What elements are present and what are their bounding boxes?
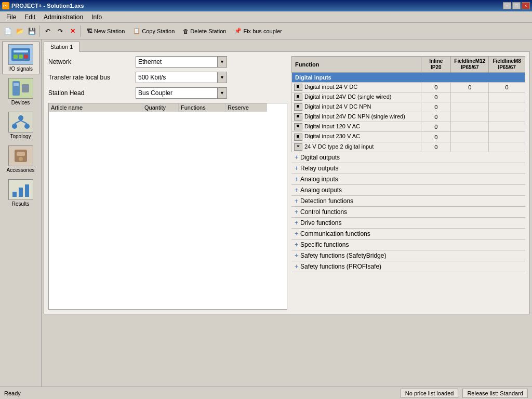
di-icon-2: ⏹ bbox=[294, 103, 302, 111]
delete-station-button[interactable]: 🗑 Delete Station bbox=[179, 24, 230, 38]
di-inline-1: 0 bbox=[421, 92, 451, 102]
communication-functions-section[interactable]: + Communication functions bbox=[291, 229, 525, 240]
sidebar-item-topology[interactable]: Topology bbox=[2, 109, 39, 142]
digital-outputs-label: Digital outputs bbox=[300, 154, 340, 161]
di-icon-4: ⏹ bbox=[294, 123, 302, 130]
svg-rect-16 bbox=[12, 192, 17, 197]
copy-station-label: Copy Station bbox=[142, 28, 175, 34]
di-f8-4 bbox=[489, 122, 525, 132]
analog-outputs-label: Analog outputs bbox=[300, 187, 342, 194]
release-status: Release list: Standard bbox=[462, 389, 528, 398]
save-button[interactable]: 💾 bbox=[26, 25, 37, 37]
communication-functions-expand[interactable]: + bbox=[295, 230, 298, 237]
article-name-header: Article name bbox=[49, 103, 142, 112]
specific-functions-expand[interactable]: + bbox=[295, 241, 298, 248]
safety-safetybridge-expand[interactable]: + bbox=[295, 252, 298, 259]
station1-tab[interactable]: Station 1 bbox=[44, 42, 79, 52]
analog-inputs-section[interactable]: + Analog inputs bbox=[291, 174, 525, 185]
functions-header: Functions bbox=[179, 103, 225, 112]
station-head-label: Station Head bbox=[48, 89, 131, 97]
results-label: Results bbox=[12, 201, 29, 207]
title-bar: P+ PROJECT+ - Solution1.axs − □ × bbox=[0, 0, 532, 11]
safety-profisafe-expand[interactable]: + bbox=[295, 263, 298, 270]
specific-functions-section[interactable]: + Specific functions bbox=[291, 240, 525, 250]
copy-station-button[interactable]: 📋 Copy Station bbox=[129, 24, 178, 38]
analog-outputs-section[interactable]: + Analog outputs bbox=[291, 185, 525, 196]
svg-point-15 bbox=[19, 157, 23, 161]
station-panel: Network ▼ Transfer rate local bus ▼ bbox=[44, 51, 530, 314]
table-row: ⏹Digital input 24 V DC NPN 0 bbox=[292, 102, 525, 112]
head-dropdown-button[interactable]: ▼ bbox=[218, 87, 227, 99]
sidebar-item-io-signals[interactable]: I/O signals bbox=[2, 42, 39, 74]
window-controls: − □ × bbox=[503, 2, 530, 9]
di-f12-1 bbox=[451, 92, 489, 102]
di-icon-6: ⏷ bbox=[294, 143, 302, 151]
menu-file[interactable]: File bbox=[2, 12, 20, 22]
di-inline-2: 0 bbox=[421, 102, 451, 112]
digital-inputs-header: Digital inputs bbox=[292, 73, 525, 83]
table-row: ⏹Digital input 24V DC NPN (single wired)… bbox=[292, 112, 525, 122]
devices-label: Devices bbox=[11, 100, 30, 105]
transfer-input[interactable] bbox=[136, 72, 218, 83]
table-row: ⏹Digital input 120 V AC 0 bbox=[292, 122, 525, 132]
di-inline-0: 0 bbox=[421, 83, 451, 92]
svg-point-9 bbox=[12, 124, 17, 129]
digital-outputs-expand[interactable]: + bbox=[295, 154, 298, 161]
maximize-button[interactable]: □ bbox=[512, 2, 521, 9]
network-row: Network ▼ bbox=[48, 56, 287, 68]
new-station-label: New Station bbox=[94, 28, 125, 34]
network-input[interactable] bbox=[136, 56, 218, 68]
menu-info[interactable]: Info bbox=[87, 12, 106, 22]
station-right: Function InlineIP20 FieldlineM12IP65/67 … bbox=[291, 56, 525, 310]
relay-outputs-section[interactable]: + Relay outputs bbox=[291, 163, 525, 174]
safety-safetybridge-label: Safety functions (SafetyBridge) bbox=[300, 252, 386, 259]
sidebar-item-devices[interactable]: Devices bbox=[2, 75, 39, 108]
menu-administration[interactable]: Administration bbox=[39, 12, 87, 22]
digital-inputs-header-row: Digital inputs bbox=[292, 73, 525, 83]
detection-functions-expand[interactable]: + bbox=[295, 197, 298, 205]
svg-rect-18 bbox=[25, 184, 29, 197]
drive-functions-expand[interactable]: + bbox=[295, 219, 298, 227]
new-file-button[interactable]: 📄 bbox=[2, 25, 14, 37]
sidebar-item-accessories[interactable]: Accessories bbox=[2, 143, 39, 176]
analog-inputs-expand[interactable]: + bbox=[295, 176, 298, 183]
app-icon: P+ bbox=[2, 2, 9, 9]
drive-functions-section[interactable]: + Drive functions bbox=[291, 218, 525, 229]
digital-outputs-section[interactable]: + Digital outputs bbox=[291, 152, 525, 163]
analog-outputs-expand[interactable]: + bbox=[295, 187, 298, 194]
new-station-button[interactable]: 🏗 New Station bbox=[83, 24, 128, 38]
close-button[interactable]: × bbox=[522, 2, 530, 9]
di-f8-0: 0 bbox=[489, 83, 525, 92]
control-functions-expand[interactable]: + bbox=[295, 208, 298, 216]
di-name-0: ⏹Digital input 24 V DC bbox=[292, 83, 421, 92]
di-inline-5: 0 bbox=[421, 132, 451, 142]
di-f12-3 bbox=[451, 112, 489, 122]
open-button[interactable]: 📂 bbox=[14, 25, 25, 37]
communication-functions-label: Communication functions bbox=[300, 230, 370, 237]
safety-safetybridge-section[interactable]: + Safety functions (SafetyBridge) bbox=[291, 250, 525, 261]
file-buttons: 📄 📂 💾 bbox=[2, 25, 37, 37]
di-name-3: ⏹Digital input 24V DC NPN (single wired) bbox=[292, 112, 421, 122]
detection-functions-label: Detection functions bbox=[300, 197, 353, 205]
delete-button[interactable]: ✕ bbox=[67, 25, 78, 37]
transfer-dropdown-button[interactable]: ▼ bbox=[218, 72, 227, 83]
specific-functions-label: Specific functions bbox=[300, 241, 349, 248]
reserve-header: Reserve bbox=[225, 103, 267, 112]
fix-bus-icon: 📌 bbox=[234, 28, 242, 34]
menu-edit[interactable]: Edit bbox=[20, 12, 39, 22]
articles-table: Article name Quantity Functions Reserve bbox=[48, 103, 287, 310]
devices-image bbox=[8, 78, 33, 99]
undo-button[interactable]: ↶ bbox=[42, 25, 54, 37]
redo-button[interactable]: ↷ bbox=[55, 25, 66, 37]
detection-functions-section[interactable]: + Detection functions bbox=[291, 196, 525, 207]
safety-profisafe-section[interactable]: + Safety functions (PROFIsafe) bbox=[291, 261, 525, 272]
toolbar: 📄 📂 💾 ↶ ↷ ✕ 🏗 New Station 📋 Copy Station… bbox=[0, 23, 532, 39]
fix-bus-coupler-button[interactable]: 📌 Fix bus coupler bbox=[231, 24, 286, 38]
articles-body bbox=[49, 112, 287, 309]
control-functions-section[interactable]: + Control functions bbox=[291, 207, 525, 218]
relay-outputs-expand[interactable]: + bbox=[295, 165, 298, 172]
sidebar-item-results[interactable]: Results bbox=[2, 177, 39, 209]
head-input[interactable] bbox=[136, 87, 218, 99]
network-dropdown-button[interactable]: ▼ bbox=[218, 56, 227, 68]
minimize-button[interactable]: − bbox=[503, 2, 511, 9]
